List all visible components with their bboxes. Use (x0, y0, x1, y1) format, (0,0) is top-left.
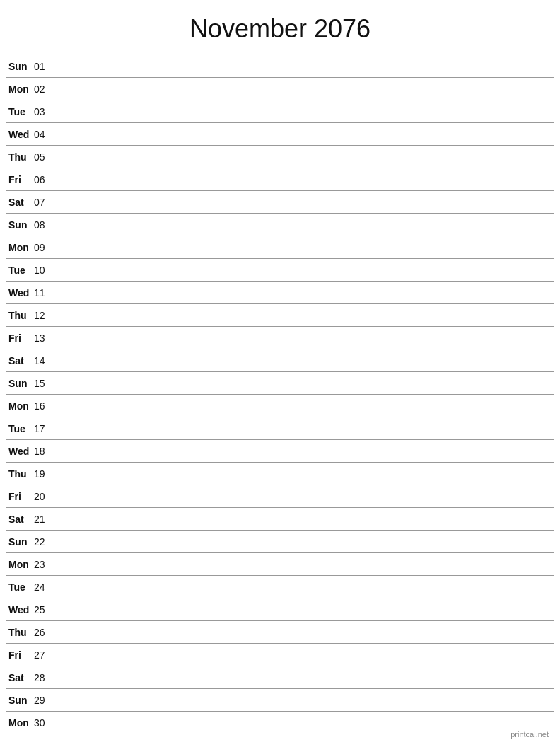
day-name: Tue (6, 265, 34, 276)
day-name: Sun (6, 536, 34, 548)
day-line (54, 202, 554, 202)
day-line (54, 337, 554, 338)
day-row: Fri13 (6, 327, 554, 349)
day-number: 17 (34, 423, 54, 434)
day-line (54, 428, 554, 429)
day-name: Wed (6, 129, 34, 140)
day-number: 02 (34, 83, 54, 95)
day-row: Sun29 (6, 689, 554, 712)
day-line (54, 632, 554, 632)
day-row: Sat14 (6, 349, 554, 372)
day-number: 22 (34, 536, 54, 548)
day-number: 27 (34, 649, 54, 661)
day-name: Sat (6, 355, 34, 366)
day-line (54, 586, 554, 587)
day-number: 20 (34, 491, 54, 502)
day-name: Mon (6, 242, 34, 253)
day-name: Fri (6, 332, 34, 344)
day-name: Mon (6, 717, 34, 729)
day-line (54, 451, 554, 451)
day-row: Mon16 (6, 395, 554, 417)
day-name: Thu (6, 627, 34, 638)
day-row: Tue17 (6, 417, 554, 440)
day-name: Sun (6, 219, 34, 231)
day-number: 18 (34, 446, 54, 457)
day-name: Mon (6, 400, 34, 412)
calendar-grid: Sun01Mon02Tue03Wed04Thu05Fri06Sat07Sun08… (0, 55, 560, 734)
day-row: Tue24 (6, 576, 554, 598)
day-number: 23 (34, 559, 54, 570)
day-name: Mon (6, 559, 34, 570)
day-name: Sun (6, 695, 34, 706)
day-number: 05 (34, 151, 54, 163)
day-row: Sat21 (6, 508, 554, 531)
day-name: Thu (6, 468, 34, 480)
day-line (54, 360, 554, 361)
day-number: 03 (34, 106, 54, 117)
day-row: Sat07 (6, 191, 554, 214)
day-row: Fri20 (6, 485, 554, 508)
day-row: Fri27 (6, 644, 554, 666)
day-row: Mon02 (6, 78, 554, 100)
day-name: Wed (6, 287, 34, 299)
day-name: Tue (6, 106, 34, 117)
day-row: Wed18 (6, 440, 554, 463)
day-row: Sun01 (6, 55, 554, 78)
day-row: Tue03 (6, 100, 554, 123)
day-name: Sat (6, 197, 34, 208)
day-row: Wed04 (6, 123, 554, 146)
day-line (54, 88, 554, 89)
day-number: 09 (34, 242, 54, 253)
day-line (54, 654, 554, 655)
day-name: Sun (6, 61, 34, 72)
page-title: November 2076 (0, 0, 560, 55)
day-row: Thu19 (6, 463, 554, 485)
day-number: 16 (34, 400, 54, 412)
day-number: 04 (34, 129, 54, 140)
day-row: Fri06 (6, 168, 554, 191)
day-line (54, 111, 554, 112)
day-row: Mon30 (6, 712, 554, 734)
day-row: Mon23 (6, 553, 554, 576)
day-line (54, 247, 554, 248)
day-number: 14 (34, 355, 54, 366)
day-line (54, 541, 554, 542)
day-row: Sun22 (6, 531, 554, 553)
day-name: Thu (6, 151, 34, 163)
day-name: Wed (6, 446, 34, 457)
day-line (54, 677, 554, 678)
day-row: Sun08 (6, 214, 554, 236)
day-number: 25 (34, 604, 54, 615)
day-row: Tue10 (6, 259, 554, 282)
day-row: Thu05 (6, 146, 554, 168)
day-line (54, 383, 554, 383)
day-number: 13 (34, 332, 54, 344)
footer-text: printcal.net (511, 730, 549, 739)
day-number: 19 (34, 468, 54, 480)
day-number: 29 (34, 695, 54, 706)
day-number: 28 (34, 672, 54, 683)
day-line (54, 134, 554, 134)
day-name: Tue (6, 423, 34, 434)
day-number: 11 (34, 287, 54, 299)
day-number: 10 (34, 265, 54, 276)
day-line (54, 315, 554, 315)
day-name: Fri (6, 174, 34, 185)
day-line (54, 224, 554, 225)
day-number: 21 (34, 514, 54, 525)
day-row: Sat28 (6, 666, 554, 689)
day-number: 15 (34, 378, 54, 389)
day-line (54, 564, 554, 564)
day-row: Wed11 (6, 282, 554, 304)
day-number: 07 (34, 197, 54, 208)
day-name: Tue (6, 581, 34, 593)
day-line (54, 473, 554, 474)
day-line (54, 700, 554, 700)
day-line (54, 156, 554, 157)
day-line (54, 270, 554, 270)
day-name: Fri (6, 649, 34, 661)
day-line (54, 405, 554, 406)
day-number: 30 (34, 717, 54, 729)
day-number: 01 (34, 61, 54, 72)
day-number: 26 (34, 627, 54, 638)
